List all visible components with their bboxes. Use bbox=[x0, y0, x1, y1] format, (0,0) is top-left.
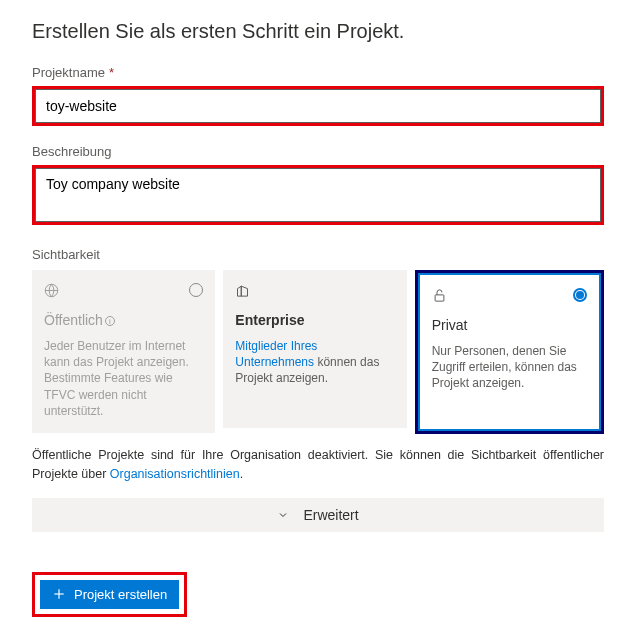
info-icon: i bbox=[105, 316, 115, 326]
visibility-public-radio bbox=[189, 283, 203, 297]
visibility-label: Sichtbarkeit bbox=[32, 247, 604, 262]
lock-icon bbox=[432, 288, 447, 303]
advanced-expander[interactable]: Erweitert bbox=[32, 498, 604, 532]
description-label: Beschreibung bbox=[32, 144, 604, 159]
project-name-input[interactable] bbox=[35, 89, 601, 123]
create-project-button-label: Projekt erstellen bbox=[74, 587, 167, 602]
visibility-option-private[interactable]: Privat Nur Personen, denen Sie Zugriff e… bbox=[418, 273, 601, 431]
svg-rect-1 bbox=[435, 294, 444, 300]
visibility-enterprise-desc: Mitglieder Ihres Unternehmens können das… bbox=[235, 338, 394, 387]
visibility-option-public: Öffentlichi Jeder Benutzer im Internet k… bbox=[32, 270, 215, 433]
project-name-label: Projektname* bbox=[32, 65, 604, 80]
visibility-options: Öffentlichi Jeder Benutzer im Internet k… bbox=[32, 270, 604, 434]
visibility-public-title: Öffentlichi bbox=[44, 312, 203, 328]
visibility-private-desc: Nur Personen, denen Sie Zugriff erteilen… bbox=[432, 343, 587, 392]
public-projects-notice: Öffentliche Projekte sind für Ihre Organ… bbox=[32, 446, 604, 484]
visibility-enterprise-title: Enterprise bbox=[235, 312, 394, 328]
required-asterisk: * bbox=[109, 65, 114, 80]
org-policies-link[interactable]: Organisationsrichtlinien bbox=[110, 467, 240, 481]
create-project-button[interactable]: Projekt erstellen bbox=[40, 580, 179, 609]
visibility-public-desc: Jeder Benutzer im Internet kann das Proj… bbox=[44, 338, 203, 419]
description-input[interactable]: Toy company website bbox=[35, 168, 601, 222]
enterprise-members-link[interactable]: Mitglieder Ihres Unternehmens bbox=[235, 339, 317, 369]
visibility-private-title: Privat bbox=[432, 317, 587, 333]
advanced-label: Erweitert bbox=[303, 507, 358, 523]
visibility-private-radio[interactable] bbox=[573, 288, 587, 302]
plus-icon bbox=[52, 587, 66, 601]
visibility-option-enterprise[interactable]: Enterprise Mitglieder Ihres Unternehmens… bbox=[223, 270, 406, 428]
chevron-down-icon bbox=[277, 509, 289, 521]
building-icon bbox=[235, 283, 250, 298]
page-title: Erstellen Sie als ersten Schritt ein Pro… bbox=[32, 20, 604, 43]
globe-icon bbox=[44, 283, 59, 298]
